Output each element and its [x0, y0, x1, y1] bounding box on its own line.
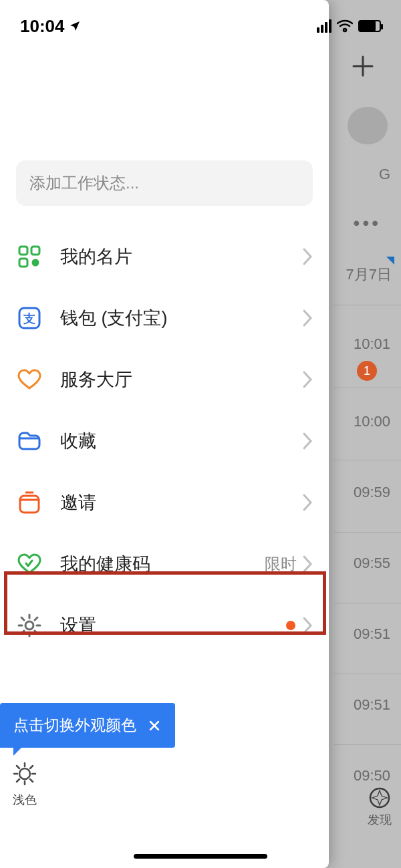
status-time: 10:04	[20, 16, 81, 37]
box-icon	[16, 489, 43, 516]
work-status-input[interactable]: 添加工作状态...	[16, 160, 313, 206]
theme-toggle-label: 浅色	[13, 793, 37, 807]
menu-item-invite[interactable]: 邀请	[16, 472, 313, 533]
menu-item-wallet[interactable]: 支 钱包 (支付宝)	[16, 287, 313, 349]
menu-item-service[interactable]: 服务大厅	[16, 349, 313, 410]
chevron-right-icon	[302, 432, 313, 450]
chevron-right-icon	[302, 555, 313, 573]
side-drawer: 添加工作状态... 我的名片 支 钱包 (支付宝)	[0, 0, 329, 868]
tooltip-close-button[interactable]	[147, 718, 162, 733]
folder-icon	[16, 428, 43, 454]
svg-rect-1	[19, 247, 27, 255]
chevron-right-icon	[302, 493, 313, 512]
menu-item-settings[interactable]: 设置	[16, 595, 313, 656]
chevron-right-icon	[302, 370, 313, 389]
drawer-overlay[interactable]: 添加工作状态... 我的名片 支 钱包 (支付宝)	[0, 0, 401, 868]
battery-icon	[358, 20, 381, 32]
gear-icon	[16, 612, 43, 639]
notification-dot	[286, 621, 295, 630]
svg-text:支: 支	[23, 312, 35, 325]
svg-rect-3	[19, 259, 27, 267]
svg-point-8	[25, 621, 33, 629]
menu-item-label: 收藏	[60, 429, 302, 453]
svg-point-9	[19, 768, 30, 779]
qr-icon	[16, 243, 43, 270]
cellular-icon	[317, 19, 331, 33]
alipay-icon: 支	[16, 305, 43, 331]
menu-item-label: 我的健康码	[60, 552, 265, 576]
svg-rect-2	[31, 247, 39, 255]
theme-tooltip: 点击切换外观颜色	[0, 703, 175, 748]
menu-item-card[interactable]: 我的名片	[16, 226, 313, 287]
chevron-right-icon	[302, 309, 313, 327]
menu-item-suffix: 限时	[265, 553, 297, 575]
menu-item-label: 邀请	[60, 490, 302, 515]
home-indicator	[134, 854, 267, 859]
chevron-right-icon	[302, 616, 313, 635]
menu-item-health[interactable]: 我的健康码 限时	[16, 533, 313, 595]
svg-rect-7	[20, 496, 39, 513]
theme-tooltip-text: 点击切换外观颜色	[13, 715, 136, 736]
location-icon	[69, 20, 81, 32]
menu-item-label: 设置	[60, 613, 286, 637]
menu-item-label: 钱包 (支付宝)	[60, 306, 302, 330]
menu-item-favorites[interactable]: 收藏	[16, 410, 313, 472]
work-status-placeholder: 添加工作状态...	[29, 172, 139, 194]
wifi-icon	[337, 19, 353, 33]
svg-point-4	[33, 260, 38, 265]
drawer-menu: 我的名片 支 钱包 (支付宝) 服务大厅	[16, 226, 313, 656]
sun-icon	[12, 761, 37, 786]
menu-item-label: 我的名片	[60, 245, 302, 269]
health-icon	[16, 551, 43, 577]
status-bar: 10:04	[0, 0, 401, 40]
heart-icon	[16, 366, 43, 393]
menu-item-label: 服务大厅	[60, 368, 302, 392]
chevron-right-icon	[302, 247, 313, 266]
theme-toggle[interactable]: 浅色	[12, 761, 37, 808]
